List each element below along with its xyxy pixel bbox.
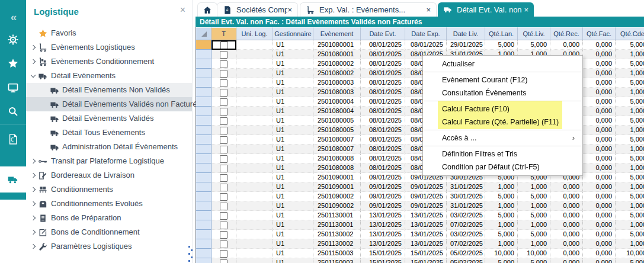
t-checkbox-cell[interactable] <box>212 258 236 263</box>
row-selector[interactable] <box>196 192 212 201</box>
cell-qt-cde[interactable]: 5,000 <box>616 59 644 69</box>
row-selector[interactable] <box>196 145 212 154</box>
row-checkbox[interactable] <box>220 231 228 239</box>
cell-uni-log-[interactable] <box>236 211 273 220</box>
table-row[interactable]: U1250115000315/01/202515/01/202505/02/20… <box>196 249 644 258</box>
strip-monitor-icon[interactable] <box>0 78 26 98</box>
sidebar-item-d-tail-ev-nements-valid-s[interactable]: Détail Evènements Validés <box>26 111 192 126</box>
cell-qt-fac-[interactable]: 0,000 <box>583 135 616 145</box>
cell-qt-fac-[interactable]: 0,000 <box>583 258 616 263</box>
row-checkbox[interactable] <box>220 212 228 220</box>
cell-qt-cde[interactable]: 5,000 <box>616 97 644 107</box>
t-checkbox-cell[interactable] <box>212 230 236 239</box>
cell-ev-nement[interactable]: 2501090001 <box>313 173 361 182</box>
cell-gestionnaire[interactable]: U1 <box>273 145 313 154</box>
cell-qt-fac-[interactable]: 0,000 <box>583 163 616 173</box>
row-checkbox[interactable] <box>220 184 228 191</box>
cell-qt-cde[interactable]: 5,000 <box>616 230 644 239</box>
cell-date-evt-[interactable]: 08/01/2025 <box>361 40 405 50</box>
cell-ev-nement[interactable]: 2501080007 <box>313 145 361 154</box>
sidebar-item-bordereaux-de-livraison[interactable]: Bordereaux de Livraison <box>26 168 192 182</box>
cell-ev-nement[interactable]: 2501080007 <box>313 135 361 145</box>
grid-column-header-qt-fac-[interactable]: Qté.Fac. <box>583 27 616 40</box>
cell-gestionnaire[interactable]: U1 <box>273 116 313 126</box>
cell-gestionnaire[interactable]: U1 <box>273 69 313 78</box>
cell-qt-fac-[interactable]: 0,000 <box>583 182 616 192</box>
cell-uni-log-[interactable] <box>236 59 273 69</box>
cell-date-evt-[interactable]: 08/01/2025 <box>361 154 405 163</box>
cell-date-exp-[interactable]: 13/01/2025 <box>405 230 447 239</box>
row-selector[interactable] <box>196 201 212 211</box>
cell-gestionnaire[interactable]: U1 <box>273 163 313 173</box>
cell-uni-log-[interactable] <box>236 249 273 258</box>
cell-qt-fac-[interactable]: 0,000 <box>583 50 616 59</box>
cell-qt-liv-[interactable]: 5,000 <box>518 230 550 239</box>
cell-qt-cde[interactable]: 1,000 <box>616 88 644 97</box>
cell-qt-rec-[interactable]: 0,000 <box>550 258 583 263</box>
cell-uni-log-[interactable] <box>236 97 273 107</box>
cell-uni-log-[interactable] <box>236 201 273 211</box>
cell-date-evt-[interactable]: 13/01/2025 <box>361 239 405 249</box>
cell-uni-log-[interactable] <box>236 182 273 192</box>
cell-qt-cde[interactable]: 1,000 <box>616 163 644 173</box>
row-checkbox[interactable] <box>220 117 228 125</box>
cell-ev-nement[interactable]: 2501130001 <box>313 220 361 230</box>
row-checkbox[interactable] <box>220 51 228 59</box>
sidebar-item-d-tail-ev-nements-valid-s-non-factur-s[interactable]: Détail Evènements Validés non Facturés <box>26 97 192 111</box>
cell-ev-nement[interactable]: 2501080005 <box>313 126 361 135</box>
strip-search-icon[interactable] <box>0 101 26 121</box>
cell-date-liv-[interactable]: 05/02/2025 <box>447 258 485 263</box>
cell-qt-liv-[interactable]: 10,000 <box>518 249 550 258</box>
cell-ev-nement[interactable]: 2501090002 <box>313 201 361 211</box>
t-checkbox-cell[interactable] <box>212 173 236 182</box>
table-row[interactable]: U1250113000113/01/202513/01/202507/02/20… <box>196 220 644 230</box>
cell-gestionnaire[interactable]: U1 <box>273 40 313 50</box>
cell-date-exp-[interactable]: 13/01/2025 <box>405 220 447 230</box>
cell-qt-lan-[interactable]: 5,000 <box>485 258 518 263</box>
cell-uni-log-[interactable] <box>236 88 273 97</box>
cell-gestionnaire[interactable]: U1 <box>273 230 313 239</box>
cell-qt-liv-[interactable]: 1,000 <box>518 239 550 249</box>
t-checkbox-cell[interactable] <box>212 88 236 97</box>
cell-date-liv-[interactable]: 29/01/2025 <box>447 40 485 50</box>
cell-qt-cde[interactable]: 1,000 <box>616 69 644 78</box>
cell-date-evt-[interactable]: 09/01/2025 <box>361 201 405 211</box>
cell-qt-lan-[interactable]: 10,000 <box>485 249 518 258</box>
cell-date-liv-[interactable]: 07/02/2025 <box>447 239 485 249</box>
row-checkbox[interactable] <box>220 146 228 153</box>
cell-qt-liv-[interactable]: 1,000 <box>518 220 550 230</box>
cell-qt-fac-[interactable]: 0,000 <box>583 88 616 97</box>
cell-ev-nement[interactable]: 2501080001 <box>313 50 361 59</box>
cell-gestionnaire[interactable]: U1 <box>273 182 313 192</box>
cell-ev-nement[interactable]: 2501080008 <box>313 154 361 163</box>
cell-qt-cde[interactable]: 5,000 <box>616 192 644 201</box>
cell-date-evt-[interactable]: 08/01/2025 <box>361 88 405 97</box>
cell-date-evt-[interactable]: 15/01/2025 <box>361 249 405 258</box>
t-checkbox-cell[interactable] <box>212 126 236 135</box>
cell-gestionnaire[interactable]: U1 <box>273 97 313 107</box>
cell-ev-nement[interactable]: 2501080002 <box>313 69 361 78</box>
sidebar-item-d-tail-tous-ev-nements[interactable]: Détail Tous Evènements <box>26 126 192 140</box>
cell-gestionnaire[interactable]: U1 <box>273 78 313 88</box>
t-checkbox-cell[interactable] <box>212 97 236 107</box>
cell-qt-cde[interactable]: 1,000 <box>616 107 644 116</box>
row-selector[interactable] <box>196 97 212 107</box>
cell-uni-log-[interactable] <box>236 69 273 78</box>
menu-item-acc-s[interactable]: Accès à ...› <box>423 132 582 145</box>
cell-uni-log-[interactable] <box>236 40 273 50</box>
cell-ev-nement[interactable]: 2501080001 <box>313 40 361 50</box>
cell-date-evt-[interactable]: 08/01/2025 <box>361 145 405 154</box>
sidebar-item-d-tail-ev-nements-non-valid-s[interactable]: Détail Evènements Non Validés <box>26 83 192 97</box>
cell-ev-nement[interactable]: 2501150003 <box>313 258 361 263</box>
grid-column-header-date-exp-[interactable]: Date Exp. <box>405 27 447 40</box>
t-checkbox-cell[interactable] <box>212 69 236 78</box>
row-checkbox[interactable] <box>220 193 228 201</box>
grid-column-header-date-evt-[interactable]: Date Evt. <box>361 27 405 40</box>
t-checkbox-cell[interactable] <box>212 154 236 163</box>
cell-date-evt-[interactable]: 08/01/2025 <box>361 135 405 145</box>
t-checkbox-cell[interactable] <box>212 239 236 249</box>
cell-qt-fac-[interactable]: 0,000 <box>583 107 616 116</box>
row-selector[interactable] <box>196 88 212 97</box>
cell-qt-liv-[interactable]: 1,000 <box>518 182 550 192</box>
row-checkbox[interactable] <box>220 89 228 97</box>
